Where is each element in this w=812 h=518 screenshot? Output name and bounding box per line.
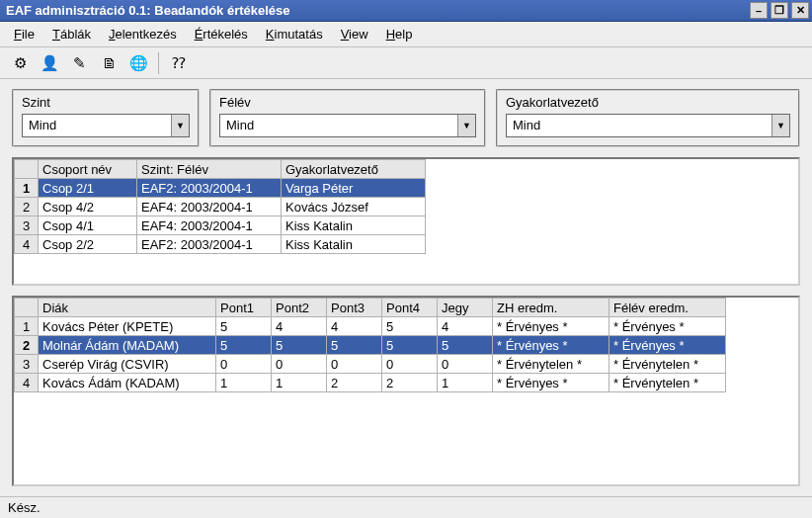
cell-csoport-nev[interactable]: Csop 2/1 — [39, 179, 137, 198]
edit-icon[interactable]: ✎ — [67, 51, 91, 75]
students-header-jegy[interactable]: Jegy — [438, 299, 493, 317]
students-header-pont2[interactable]: Pont2 — [272, 299, 327, 317]
students-header-pont3[interactable]: Pont3 — [327, 299, 382, 317]
filter-felev-label: Félév — [219, 95, 476, 110]
cell-diak[interactable]: Kovács Péter (KPETE) — [39, 317, 216, 336]
cell-pont4[interactable]: 5 — [382, 317, 438, 336]
cell-pont2[interactable]: 5 — [272, 336, 327, 355]
globe-icon[interactable]: 🌐 — [126, 51, 150, 75]
cell-zh-eredm[interactable]: * Érvényes * — [493, 374, 609, 392]
cell-felev-eredm[interactable]: * Érvényes * — [609, 336, 726, 355]
row-number[interactable]: 4 — [15, 374, 39, 392]
students-header-felev[interactable]: Félév eredm. — [609, 299, 726, 317]
cell-pont4[interactable]: 2 — [382, 374, 438, 392]
cell-csoport-nev[interactable]: Csop 4/2 — [39, 198, 137, 216]
maximize-button[interactable]: ❐ — [771, 2, 788, 19]
menu-ertekeles[interactable]: Értékelés — [187, 24, 256, 44]
cell-pont3[interactable]: 0 — [327, 355, 382, 374]
filter-gyak-combo[interactable]: Mind ▼ — [506, 114, 790, 137]
cell-pont1[interactable]: 1 — [216, 374, 272, 392]
cell-diak[interactable]: Molnár Ádám (MADAM) — [39, 336, 216, 355]
cell-pont2[interactable]: 0 — [272, 355, 327, 374]
minimize-button[interactable]: – — [750, 2, 768, 19]
students-header-zh[interactable]: ZH eredm. — [493, 299, 609, 317]
help-icon[interactable]: ⁇ — [167, 51, 191, 75]
report-icon[interactable]: 🗎 — [97, 51, 121, 75]
cell-zh-eredm[interactable]: * Érvényes * — [493, 336, 609, 355]
table-row[interactable]: 4Kovács Ádám (KADAM)11221* Érvényes ** É… — [15, 374, 726, 392]
cell-felev-eredm[interactable]: * Érvénytelen * — [609, 355, 726, 374]
cell-pont3[interactable]: 4 — [327, 317, 382, 336]
cell-csoport-nev[interactable]: Csop 2/2 — [39, 235, 137, 254]
row-number[interactable]: 1 — [15, 179, 39, 198]
students-header-pont4[interactable]: Pont4 — [382, 299, 438, 317]
cell-felev-eredm[interactable]: * Érvényes * — [609, 317, 726, 336]
menu-kimutatas[interactable]: Kimutatás — [258, 24, 331, 44]
cell-diak[interactable]: Kovács Ádám (KADAM) — [39, 374, 216, 392]
groups-table[interactable]: Csoport név Szint: Félév Gyakorlatvezető… — [14, 159, 426, 254]
cell-jegy[interactable]: 1 — [438, 374, 493, 392]
groups-header-gyak[interactable]: Gyakorlatvezető — [282, 160, 426, 179]
table-row[interactable]: 3Cserép Virág (CSVIR)00000* Érvénytelen … — [15, 355, 726, 374]
filter-felev-combo[interactable]: Mind ▼ — [219, 114, 476, 137]
menu-jelentkezes[interactable]: Jelentkezés — [101, 24, 185, 44]
settings-icon[interactable]: ⚙ — [8, 51, 32, 75]
menu-help[interactable]: Help — [378, 24, 421, 44]
groups-header-blank[interactable] — [15, 160, 39, 179]
table-row[interactable]: 1Kovács Péter (KPETE)54454* Érvényes ** … — [15, 317, 726, 336]
row-number[interactable]: 2 — [15, 198, 39, 216]
cell-szint-felev[interactable]: EAF4: 2003/2004-1 — [137, 216, 282, 235]
table-row[interactable]: 2Csop 4/2EAF4: 2003/2004-1Kovács József — [15, 198, 426, 216]
cell-pont4[interactable]: 0 — [382, 355, 438, 374]
students-header-diak[interactable]: Diák — [39, 299, 216, 317]
menu-file[interactable]: File — [6, 24, 42, 44]
cell-jegy[interactable]: 4 — [438, 317, 493, 336]
cell-pont2[interactable]: 4 — [272, 317, 327, 336]
cell-pont1[interactable]: 5 — [216, 317, 272, 336]
cell-szint-felev[interactable]: EAF4: 2003/2004-1 — [137, 198, 282, 216]
table-row[interactable]: 3Csop 4/1EAF4: 2003/2004-1Kiss Katalin — [15, 216, 426, 235]
cell-gyakorlatvezeto[interactable]: Kiss Katalin — [282, 235, 426, 254]
filter-gyak-value: Mind — [507, 115, 771, 136]
cell-szint-felev[interactable]: EAF2: 2003/2004-1 — [137, 235, 282, 254]
cell-gyakorlatvezeto[interactable]: Kovács József — [282, 198, 426, 216]
table-row[interactable]: 4Csop 2/2EAF2: 2003/2004-1Kiss Katalin — [15, 235, 426, 254]
menu-view[interactable]: View — [333, 24, 376, 44]
cell-szint-felev[interactable]: EAF2: 2003/2004-1 — [137, 179, 282, 198]
table-row[interactable]: 1Csop 2/1EAF2: 2003/2004-1Varga Péter — [15, 179, 426, 198]
cell-pont4[interactable]: 5 — [382, 336, 438, 355]
filter-szint-label: Szint — [22, 95, 190, 110]
row-number[interactable]: 4 — [15, 235, 39, 254]
cell-pont1[interactable]: 5 — [216, 336, 272, 355]
cell-zh-eredm[interactable]: * Érvényes * — [493, 317, 609, 336]
row-number[interactable]: 3 — [15, 355, 39, 374]
cell-pont2[interactable]: 1 — [272, 374, 327, 392]
row-number[interactable]: 1 — [15, 317, 39, 336]
row-number[interactable]: 2 — [15, 336, 39, 355]
cell-gyakorlatvezeto[interactable]: Kiss Katalin — [282, 216, 426, 235]
user-icon[interactable]: 👤 — [38, 51, 61, 75]
menu-tablak[interactable]: Táblák — [44, 24, 99, 44]
groups-header-szintfelev[interactable]: Szint: Félév — [137, 160, 282, 179]
cell-pont3[interactable]: 5 — [327, 336, 382, 355]
cell-diak[interactable]: Cserép Virág (CSVIR) — [39, 355, 216, 374]
students-table[interactable]: Diák Pont1 Pont2 Pont3 Pont4 Jegy ZH ere… — [14, 298, 726, 392]
cell-pont1[interactable]: 0 — [216, 355, 272, 374]
row-number[interactable]: 3 — [15, 216, 39, 235]
cell-pont3[interactable]: 2 — [327, 374, 382, 392]
filter-row: Szint Mind ▼ Félév Mind ▼ Gyakorlatvezet… — [12, 89, 800, 147]
table-row[interactable]: 2Molnár Ádám (MADAM)55555* Érvényes ** É… — [15, 336, 726, 355]
cell-jegy[interactable]: 5 — [438, 336, 493, 355]
cell-felev-eredm[interactable]: * Érvénytelen * — [609, 374, 726, 392]
cell-csoport-nev[interactable]: Csop 4/1 — [39, 216, 137, 235]
students-header-pont1[interactable]: Pont1 — [216, 299, 272, 317]
filter-szint-combo[interactable]: Mind ▼ — [22, 114, 190, 137]
chevron-down-icon: ▼ — [457, 115, 475, 136]
cell-jegy[interactable]: 0 — [438, 355, 493, 374]
students-header-blank[interactable] — [15, 299, 39, 317]
groups-header-row: Csoport név Szint: Félév Gyakorlatvezető — [15, 160, 426, 179]
cell-zh-eredm[interactable]: * Érvénytelen * — [493, 355, 609, 374]
cell-gyakorlatvezeto[interactable]: Varga Péter — [282, 179, 426, 198]
close-button[interactable]: ✕ — [791, 2, 809, 19]
groups-header-nev[interactable]: Csoport név — [39, 160, 137, 179]
